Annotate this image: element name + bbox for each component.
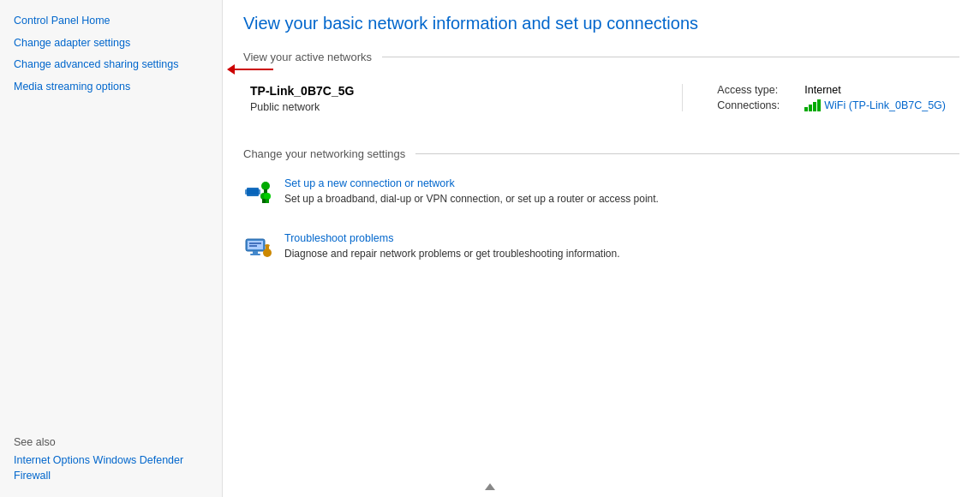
network-details: Access type: Internet Connections: WiFi … (682, 84, 959, 111)
connections-value[interactable]: WiFi (TP-Link_0B7C_5G) (824, 99, 946, 111)
access-type-label: Access type: (717, 84, 794, 96)
sidebar: Control Panel Home Change adapter settin… (0, 0, 223, 497)
svg-rect-5 (262, 199, 266, 203)
setup-connection-title[interactable]: Set up a new connection or network (284, 177, 959, 189)
red-arrow-indicator (227, 64, 273, 75)
see-also-label: See also (14, 436, 222, 448)
svg-rect-9 (248, 241, 263, 249)
troubleshoot-desc: Diagnose and repair network problems or … (284, 248, 620, 260)
svg-rect-13 (250, 254, 260, 255)
sidebar-link-change-adapter-settings[interactable]: Change adapter settings (14, 36, 222, 51)
wifi-signal-icon (804, 99, 821, 111)
svg-point-6 (264, 193, 271, 200)
svg-point-2 (261, 182, 270, 190)
networking-settings: Change your networking settings (243, 147, 959, 263)
connections-label: Connections: (717, 99, 794, 111)
setup-connection-icon (243, 177, 274, 208)
troubleshoot-svg (245, 234, 272, 261)
active-networks-header: View your active networks (243, 51, 959, 63)
setup-connection-text: Set up a new connection or network Set u… (284, 177, 959, 207)
network-type: Public network (250, 101, 665, 113)
connections-row: Connections: WiFi (TP-Link_0B7C_5G) (717, 99, 946, 111)
sidebar-link-media-streaming-options[interactable]: Media streaming options (14, 80, 222, 95)
svg-rect-7 (266, 199, 269, 203)
svg-rect-1 (245, 189, 260, 195)
setup-connection-item: Set up a new connection or network Set u… (243, 171, 959, 208)
setup-connection-desc: Set up a broadband, dial-up or VPN conne… (284, 193, 659, 205)
access-type-value: Internet (804, 84, 840, 96)
active-networks-label: View your active networks (243, 51, 372, 63)
svg-rect-12 (253, 251, 258, 254)
sidebar-link-control-panel-home[interactable]: Control Panel Home (14, 14, 222, 29)
networking-settings-divider (415, 153, 959, 154)
access-type-row: Access type: Internet (717, 84, 946, 96)
sidebar-link-internet-options[interactable]: Internet Options (14, 454, 90, 466)
see-also-section: See also Internet Options Windows Defend… (14, 422, 222, 483)
page-title: View your basic network information and … (243, 14, 959, 33)
setup-connection-svg (245, 179, 272, 207)
network-info: TP-Link_0B7C_5G Public network (243, 84, 665, 113)
network-name: TP-Link_0B7C_5G (250, 84, 665, 98)
active-networks-container: TP-Link_0B7C_5G Public network Access ty… (243, 74, 959, 130)
networking-settings-header: Change your networking settings (243, 147, 959, 160)
sidebar-link-change-advanced-sharing[interactable]: Change advanced sharing settings (14, 57, 179, 73)
troubleshoot-text: Troubleshoot problems Diagnose and repai… (284, 232, 959, 261)
troubleshoot-icon (243, 232, 274, 263)
active-networks-divider (382, 57, 959, 57)
scroll-indicator (485, 483, 495, 490)
networking-settings-label: Change your networking settings (243, 147, 405, 160)
main-content: View your basic network information and … (223, 0, 980, 497)
troubleshoot-item: Troubleshoot problems Diagnose and repai… (243, 225, 959, 263)
troubleshoot-title[interactable]: Troubleshoot problems (284, 232, 959, 244)
